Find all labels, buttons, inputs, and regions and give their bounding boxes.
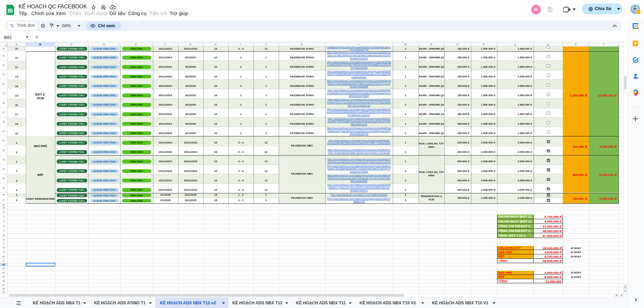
svg-text:31: 31 [634,24,637,27]
